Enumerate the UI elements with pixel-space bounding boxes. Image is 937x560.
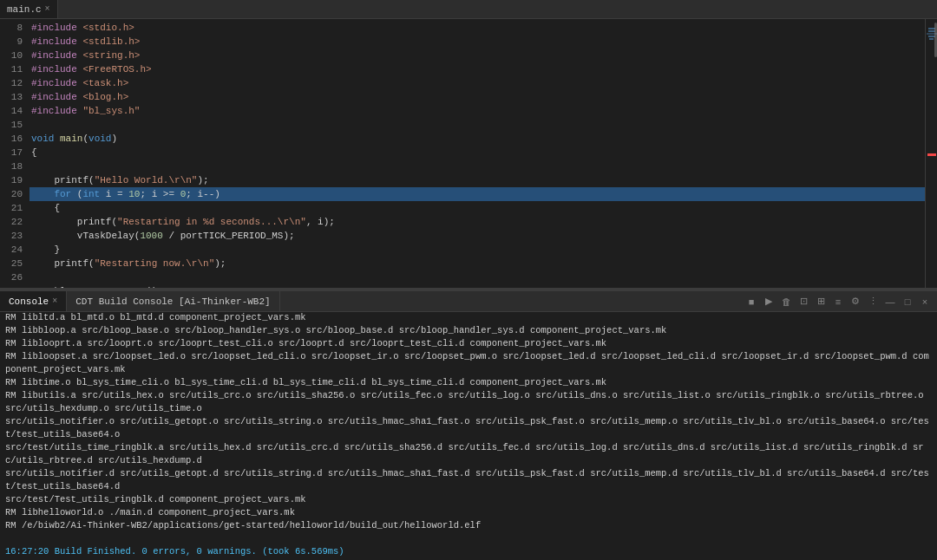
maximize-button[interactable]: □: [901, 295, 914, 309]
code-line: #include <stdlib.h>: [29, 35, 925, 49]
console-line: RM libltd.a bl_mtd.o bl_mtd.d component_…: [5, 312, 932, 324]
console-line: [5, 532, 932, 545]
console-line: RM libbloop.a src/bloop_base.o src/bloop…: [5, 324, 932, 337]
editor-minimap: [925, 19, 937, 288]
console-line: RM libtime.o bl_sys_time_cli.o bl_sys_ti…: [5, 376, 932, 389]
close-panel-button[interactable]: ×: [918, 295, 932, 309]
console-actions: ■ ▶ 🗑 ⊡ ⊞ ≡ ⚙ ⋮ — □ ×: [744, 295, 937, 309]
build-button[interactable]: ▶: [762, 295, 776, 309]
clear-button[interactable]: 🗑: [779, 295, 793, 309]
console-line: RM libloopset.a src/loopset_led.o src/lo…: [5, 350, 932, 376]
code-line: #include <FreeRTOS.h>: [29, 62, 925, 76]
console-line: RM /e/biwb2/Ai-Thinker-WB2/applications/…: [5, 519, 932, 532]
console-line: 16:27:20 Build Finished. 0 errors, 0 war…: [5, 545, 932, 558]
console-panel: Console × CDT Build Console [Ai-Thinker-…: [0, 291, 937, 560]
editor-container: 8910111213141516171819202122232425262728…: [0, 19, 937, 288]
code-line: }: [29, 243, 925, 257]
console-line: src/test/utils_time_ringblk.a src/utils_…: [5, 441, 932, 467]
code-line: bl_sys_reset_por();: [29, 284, 925, 288]
tab-console[interactable]: Console ×: [0, 291, 67, 311]
editor-tab-bar: main.c ×: [0, 0, 937, 19]
console-line: RM liblooprt.a src/looprt.o src/looprt_t…: [5, 337, 932, 350]
word-wrap-button[interactable]: ≡: [831, 295, 845, 309]
code-editor[interactable]: #include <stdio.h>#include <stdlib.h>#in…: [26, 19, 925, 288]
code-line: {: [29, 201, 925, 215]
line-numbers: 8910111213141516171819202122232425262728…: [0, 19, 26, 288]
console-close-icon[interactable]: ×: [52, 296, 57, 306]
code-line: for (int i = 10; i >= 0; i--): [29, 187, 925, 201]
console-tab-label: Console: [9, 296, 49, 307]
code-line: #include <string.h>: [29, 49, 925, 62]
code-line: [29, 118, 925, 132]
code-line: [29, 160, 925, 173]
code-line: #include "bl_sys.h": [29, 104, 925, 118]
code-line: #include <task.h>: [29, 76, 925, 90]
settings-button[interactable]: ⚙: [849, 295, 862, 309]
tab-cdt-build[interactable]: CDT Build Console [Ai-Thinker-WB2]: [67, 291, 279, 311]
code-line: printf("Hello World.\r\n");: [29, 173, 925, 187]
console-line: src/utils_notifier.o src/utils_getopt.o …: [5, 415, 932, 441]
console-tabs: Console × CDT Build Console [Ai-Thinker-…: [0, 291, 280, 311]
code-line: {: [29, 146, 925, 160]
console-line: src/utils_notifier.d src/utils_getopt.d …: [5, 467, 932, 493]
console-output[interactable]: mbedtls/library/threading.d mbedtls/libr…: [0, 312, 937, 560]
code-line: printf("Restarting in %d seconds...\r\n"…: [29, 215, 925, 229]
stop-button[interactable]: ■: [744, 295, 758, 309]
code-line: [29, 270, 925, 284]
console-line: RM libhelloworld.o ./main.d component_pr…: [5, 506, 932, 519]
more-button[interactable]: ⋮: [866, 295, 880, 309]
file-tab[interactable]: main.c ×: [0, 0, 58, 18]
console-line: src/test/Test_utils_ringblk.d component_…: [5, 493, 932, 506]
code-line: vTaskDelay(1000 / portTICK_PERIOD_MS);: [29, 229, 925, 243]
file-tab-label: main.c: [7, 4, 42, 15]
error-indicator: [927, 153, 936, 156]
scroll-lock-button[interactable]: ⊡: [796, 295, 810, 309]
code-line: void main(void): [29, 132, 925, 146]
cdt-tab-label: CDT Build Console [Ai-Thinker-WB2]: [75, 296, 270, 307]
code-line: #include <stdio.h>: [29, 21, 925, 35]
close-icon[interactable]: ×: [45, 4, 50, 14]
minimize-button[interactable]: —: [883, 295, 897, 309]
console-tab-bar: Console × CDT Build Console [Ai-Thinker-…: [0, 291, 937, 312]
filter-button[interactable]: ⊞: [814, 295, 828, 309]
console-line: RM libutils.a src/utils_hex.o src/utils_…: [5, 389, 932, 415]
code-line: printf("Restarting now.\r\n");: [29, 257, 925, 270]
code-line: #include <blog.h>: [29, 90, 925, 104]
